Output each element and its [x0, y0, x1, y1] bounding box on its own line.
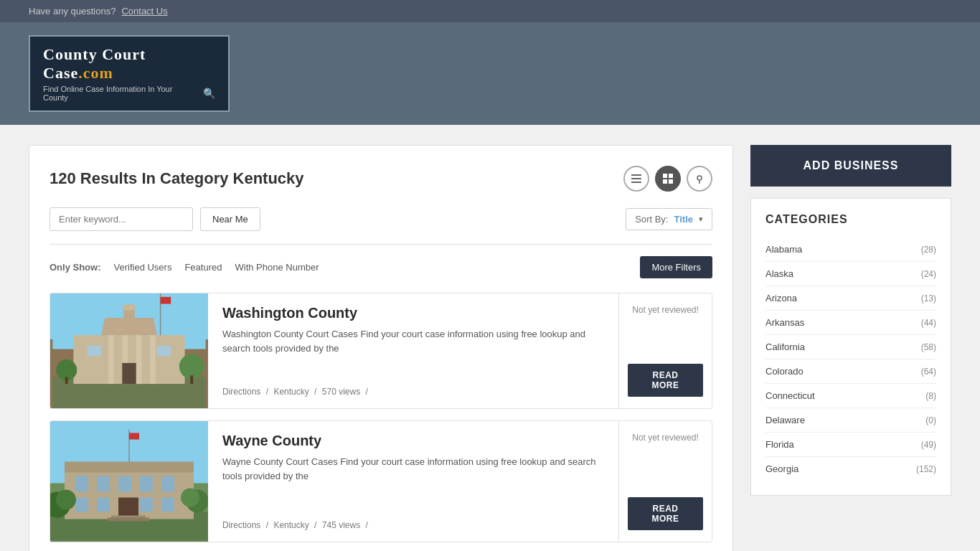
category-name: Arkansas [765, 317, 804, 328]
directions-link-wayne[interactable]: Directions [222, 520, 260, 530]
listing-card-washington: Washington County Washington County Cour… [50, 293, 712, 409]
svg-rect-6 [669, 179, 673, 184]
main-content: 120 Results In Category Kentucky [0, 125, 980, 551]
svg-rect-35 [118, 476, 131, 492]
category-count: (152) [916, 464, 936, 474]
view-icon-grid[interactable] [655, 166, 681, 192]
svg-rect-39 [97, 498, 110, 512]
svg-rect-0 [631, 174, 641, 176]
listing-meta-wayne: Directions / Kentucky / 745 views / [222, 520, 604, 530]
category-item-alabama[interactable]: Alabama (28) [765, 237, 936, 262]
listing-image-wayne [50, 421, 208, 542]
listing-title-wayne[interactable]: Wayne County [222, 433, 604, 449]
svg-rect-2 [631, 182, 641, 183]
search-bar: Near Me Sort By: Title ▾ [50, 207, 712, 245]
read-more-washington[interactable]: READ MORE [628, 364, 703, 397]
category-item-california[interactable]: California (58) [765, 335, 936, 359]
listing-title-washington[interactable]: Washington County [222, 305, 604, 321]
views-wayne: 745 views [322, 520, 360, 530]
featured-filter[interactable]: Featured [184, 262, 222, 273]
phone-number-filter[interactable]: With Phone Number [235, 262, 319, 273]
category-count: (58) [921, 342, 936, 352]
logo-subtitle-text: Find Online Case Information In Your Cou… [43, 85, 199, 102]
top-bar: Have any questions? Contact Us [0, 0, 980, 22]
category-count: (64) [921, 367, 936, 377]
category-item-georgia[interactable]: Georgia (152) [765, 457, 936, 481]
add-business-button[interactable]: ADD BUSINESS [750, 145, 951, 187]
categories-panel: CATEGORIES Alabama (28) Alaska (24) Ariz… [750, 198, 951, 496]
near-me-button[interactable]: Near Me [200, 207, 260, 231]
sort-label: Sort By: [635, 214, 668, 225]
only-show-label: Only Show: [50, 262, 101, 273]
svg-rect-18 [122, 363, 136, 384]
svg-rect-4 [669, 174, 673, 178]
categories-list: Alabama (28) Alaska (24) Arizona (13) Ar… [765, 237, 936, 481]
svg-rect-33 [75, 476, 88, 492]
center-panel: 120 Results In Category Kentucky [29, 145, 733, 551]
svg-point-27 [179, 354, 204, 379]
listing-right-wayne: Not yet reviewed! READ MORE [618, 421, 712, 542]
svg-rect-36 [140, 476, 153, 492]
category-item-delaware[interactable]: Delaware (0) [765, 408, 936, 433]
view-icons [623, 166, 712, 192]
category-count: (44) [921, 318, 936, 328]
logo-dotcom: .com [78, 64, 113, 82]
read-more-wayne[interactable]: READ MORE [628, 497, 703, 530]
svg-rect-38 [75, 498, 88, 512]
svg-rect-17 [150, 335, 156, 384]
logo-box: County Court Case.com Find Online Case I… [29, 35, 230, 112]
category-item-connecticut[interactable]: Connecticut (8) [765, 384, 936, 408]
listing-meta-washington: Directions / Kentucky / 570 views / [222, 387, 604, 397]
svg-rect-14 [108, 335, 114, 384]
category-item-arkansas[interactable]: Arkansas (44) [765, 311, 936, 335]
category-name: Alabama [765, 244, 802, 255]
chevron-down-icon: ▾ [699, 215, 703, 224]
svg-point-46 [56, 490, 76, 510]
svg-rect-41 [161, 498, 174, 512]
svg-rect-50 [129, 433, 139, 440]
svg-rect-37 [161, 476, 174, 492]
category-item-colorado[interactable]: Colorado (64) [765, 359, 936, 384]
results-header: 120 Results In Category Kentucky [50, 166, 712, 192]
verified-users-filter[interactable]: Verified Users [114, 262, 172, 273]
view-icon-map[interactable] [687, 166, 712, 192]
svg-rect-40 [140, 498, 153, 512]
results-title: 120 Results In Category Kentucky [50, 169, 304, 188]
category-item-alaska[interactable]: Alaska (24) [765, 262, 936, 286]
review-status-wayne: Not yet reviewed! [632, 433, 699, 443]
location-wayne: Kentucky [273, 520, 308, 530]
svg-rect-28 [190, 375, 193, 384]
category-name: Alaska [765, 268, 793, 279]
directions-link-washington[interactable]: Directions [222, 387, 260, 397]
magnifier-icon: 🔍 [203, 88, 215, 99]
category-count: (13) [921, 293, 936, 303]
svg-rect-20 [157, 346, 171, 357]
svg-rect-44 [108, 518, 149, 522]
svg-rect-26 [65, 377, 68, 384]
question-text: Have any questions? [29, 6, 116, 17]
listing-description-washington: Washington County Court Cases Find your … [222, 327, 604, 355]
category-count: (24) [921, 269, 936, 279]
listing-description-wayne: Wayne County Court Cases Find your court… [222, 455, 604, 483]
view-icon-list[interactable] [623, 166, 649, 192]
category-name: Florida [765, 439, 794, 450]
category-item-arizona[interactable]: Arizona (13) [765, 286, 936, 311]
logo-subtitle: Find Online Case Information In Your Cou… [43, 85, 215, 102]
category-count: (49) [921, 440, 936, 450]
svg-point-7 [697, 176, 702, 180]
keyword-input[interactable] [50, 207, 193, 231]
more-filters-button[interactable]: More Filters [640, 256, 712, 278]
sort-by-container[interactable]: Sort By: Title ▾ [626, 208, 712, 230]
svg-rect-24 [161, 297, 171, 304]
filters-bar: Only Show: Verified Users Featured With … [50, 256, 712, 278]
svg-rect-1 [631, 178, 641, 179]
listing-right-washington: Not yet reviewed! READ MORE [618, 293, 712, 408]
category-count: (0) [925, 415, 936, 425]
contact-us-link[interactable]: Contact Us [121, 6, 167, 17]
listing-card-wayne: Wayne County Wayne County Court Cases Fi… [50, 420, 712, 542]
category-item-florida[interactable]: Florida (49) [765, 433, 936, 457]
svg-rect-5 [663, 179, 667, 184]
svg-point-48 [181, 489, 199, 507]
svg-marker-13 [101, 318, 157, 335]
category-name: Delaware [765, 415, 805, 425]
